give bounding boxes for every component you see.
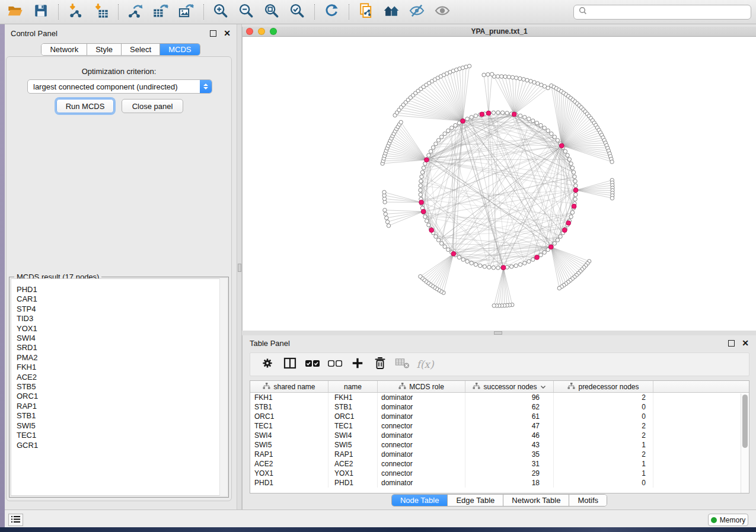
cell-mcds-role[interactable]: dominator	[378, 431, 465, 440]
leaf-node[interactable]	[546, 86, 550, 89]
show-panels-button[interactable]	[432, 2, 453, 22]
table-row[interactable]: FKH1 FKH1 dominator 96 2	[250, 393, 749, 402]
mcds-node[interactable]	[512, 112, 516, 117]
cell-mcds-role[interactable]: dominator	[378, 450, 465, 459]
leaf-node[interactable]	[525, 78, 529, 82]
mcds-result-item[interactable]: CAR1	[17, 294, 227, 304]
cell-predecessor-nodes[interactable]: 0	[554, 402, 653, 412]
mcds-node[interactable]	[451, 251, 456, 256]
network-node[interactable]	[474, 262, 477, 266]
cell-predecessor-nodes[interactable]: 0	[554, 412, 653, 421]
network-node[interactable]	[531, 119, 535, 123]
cell-predecessor-nodes[interactable]: 2	[554, 450, 653, 459]
tab-motifs[interactable]: Motifs	[569, 495, 607, 506]
leaf-node[interactable]	[482, 73, 486, 76]
mcds-result-item[interactable]: YOX1	[17, 324, 227, 334]
leaf-node[interactable]	[532, 81, 536, 84]
network-node[interactable]	[535, 121, 538, 124]
network-node[interactable]	[543, 251, 546, 254]
table-row[interactable]: ACE2 ACE2 connector 31 1	[250, 459, 749, 469]
network-node[interactable]	[440, 242, 444, 245]
cell-mcds-role[interactable]: dominator	[378, 402, 465, 412]
home-views-button[interactable]	[381, 2, 402, 22]
network-node[interactable]	[566, 153, 569, 157]
cell-mcds-role[interactable]: dominator	[378, 393, 465, 402]
mcds-result-item[interactable]: TID3	[17, 314, 227, 323]
tab-network[interactable]: Network	[42, 44, 87, 55]
cell-successor-nodes[interactable]: 62	[465, 402, 554, 412]
network-node[interactable]	[436, 238, 440, 242]
cell-mcds-role[interactable]: dominator	[378, 478, 465, 488]
table-row[interactable]: YOX1 YOX1 connector 29 1	[250, 469, 749, 478]
network-node[interactable]	[443, 132, 446, 136]
tab-mcds[interactable]: MCDS	[160, 44, 199, 55]
network-node[interactable]	[496, 111, 500, 114]
close-panel-button[interactable]: Close panel	[122, 99, 183, 113]
cell-name[interactable]: PHD1	[328, 478, 378, 488]
network-node[interactable]	[527, 117, 531, 121]
network-node[interactable]	[553, 242, 556, 245]
leaf-node[interactable]	[419, 275, 422, 278]
mcds-node[interactable]	[566, 221, 571, 226]
leaf-node[interactable]	[387, 224, 390, 227]
import-table-button[interactable]	[90, 2, 111, 22]
column-header-mcds-role[interactable]: MCDS role	[378, 381, 465, 392]
splitter-grip[interactable]	[494, 331, 502, 335]
cell-name[interactable]: YOX1	[328, 469, 378, 478]
mcds-result-item[interactable]: ORC1	[17, 392, 227, 401]
network-node[interactable]	[429, 149, 432, 153]
network-node[interactable]	[423, 215, 427, 219]
network-node[interactable]	[539, 123, 543, 127]
cell-predecessor-nodes[interactable]: 0	[554, 478, 653, 488]
horizontal-splitter[interactable]	[242, 331, 756, 335]
cell-name[interactable]: STB1	[328, 402, 378, 412]
mcds-result-item[interactable]: SWI4	[17, 334, 227, 343]
network-node[interactable]	[446, 248, 450, 251]
mcds-result-item[interactable]: STB5	[17, 382, 227, 392]
refresh-view-button[interactable]	[321, 2, 342, 22]
leaf-node[interactable]	[522, 78, 525, 81]
deselect-all-rows-button[interactable]	[326, 355, 344, 373]
network-node[interactable]	[553, 135, 556, 139]
cell-name[interactable]: ORC1	[328, 412, 378, 421]
leaf-node[interactable]	[383, 209, 387, 212]
cell-name[interactable]: ACE2	[328, 459, 378, 469]
network-node[interactable]	[419, 180, 423, 183]
network-canvas[interactable]	[243, 37, 756, 331]
mcds-node[interactable]	[421, 209, 426, 214]
cell-shared-name[interactable]: YOX1	[250, 469, 328, 478]
network-node[interactable]	[570, 210, 574, 214]
network-node[interactable]	[457, 255, 461, 259]
network-node[interactable]	[474, 114, 477, 117]
network-node[interactable]	[539, 253, 543, 257]
network-node[interactable]	[440, 135, 444, 139]
cell-predecessor-nodes[interactable]: 1	[554, 440, 653, 450]
cell-shared-name[interactable]: TEC1	[250, 421, 328, 431]
network-node[interactable]	[425, 219, 429, 223]
cell-name[interactable]: RAP1	[328, 450, 378, 459]
network-node[interactable]	[443, 245, 446, 248]
cell-successor-nodes[interactable]: 61	[465, 412, 554, 421]
table-row[interactable]: ORC1 ORC1 dominator 61 0	[250, 412, 749, 421]
cell-name[interactable]: SWI4	[328, 431, 378, 440]
network-node[interactable]	[559, 235, 562, 238]
mcds-node[interactable]	[562, 228, 567, 233]
network-node[interactable]	[436, 139, 440, 142]
search-input[interactable]	[591, 8, 747, 16]
cell-shared-name[interactable]: STB1	[250, 402, 328, 412]
cell-successor-nodes[interactable]: 47	[465, 421, 554, 431]
table-row[interactable]: PHD1 PHD1 dominator 18 0	[250, 478, 749, 488]
table-scrollbar-thumb[interactable]	[742, 395, 748, 448]
cell-successor-nodes[interactable]: 96	[465, 393, 554, 402]
leaf-node[interactable]	[518, 76, 522, 80]
network-node[interactable]	[556, 139, 559, 142]
leaf-node[interactable]	[467, 64, 471, 68]
result-list-scrollbar[interactable]	[219, 278, 227, 496]
network-node[interactable]	[431, 146, 435, 149]
cell-predecessor-nodes[interactable]: 2	[554, 421, 653, 431]
memory-button[interactable]: Memory	[708, 514, 748, 526]
network-node[interactable]	[523, 261, 527, 265]
network-node[interactable]	[487, 265, 491, 269]
vertical-splitter[interactable]	[237, 24, 242, 509]
function-builder-button[interactable]: f(x)	[416, 355, 434, 373]
